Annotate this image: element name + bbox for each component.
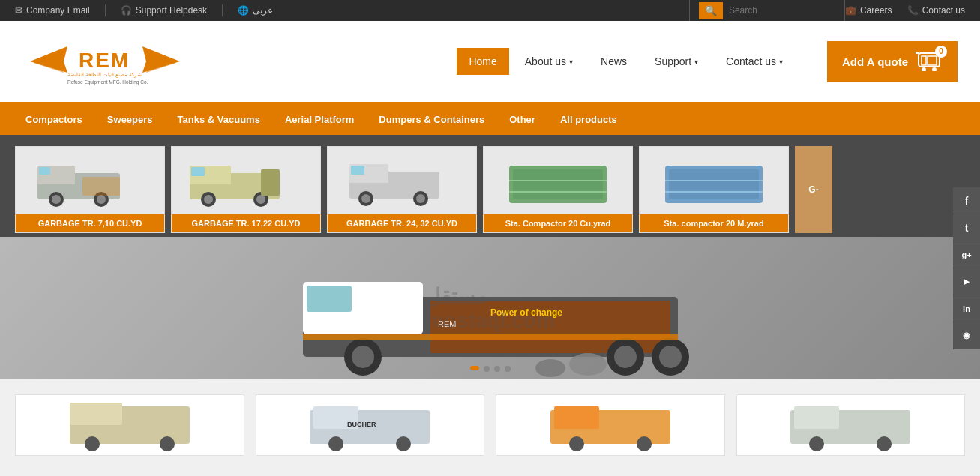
svg-marker-3 <box>146 50 176 73</box>
search-button[interactable]: 🔍 <box>699 2 723 19</box>
bottom-card-4[interactable] <box>736 394 966 456</box>
cat-aerial-platform[interactable]: Aerial Platform <box>274 108 364 131</box>
product-img-3 <box>484 147 632 214</box>
careers-link[interactable]: 💼 Careers <box>845 5 892 16</box>
hero-truck-svg: Power of change REM <box>190 252 790 379</box>
product-img-4 <box>640 147 788 214</box>
svg-point-53 <box>614 346 637 368</box>
category-nav: Compactors Sweepers Tanks & Vacuums Aeri… <box>0 103 980 135</box>
company-email-link[interactable]: ✉ Company Email <box>15 5 90 16</box>
social-sidebar: f t g+ ▶ in ◉ <box>953 187 980 349</box>
about-dropdown-arrow: ▾ <box>569 58 573 66</box>
svg-rect-28 <box>261 169 280 196</box>
support-helpdesk-link[interactable]: 🎧 Support Helpdesk <box>121 5 207 16</box>
search-input[interactable] <box>723 5 835 16</box>
logo-svg: REM شركة مصنع اليات النظافة القابضة Refu… <box>22 31 187 91</box>
svg-point-35 <box>416 194 425 203</box>
product-partial-label: G- <box>805 181 822 199</box>
svg-text:BUCHER: BUCHER <box>347 421 376 428</box>
svg-rect-20 <box>82 177 120 196</box>
headset-icon: 🎧 <box>121 5 132 16</box>
cart-badge: 0 <box>935 46 947 58</box>
add-quote-button[interactable]: Add A quote 0 <box>827 41 958 82</box>
briefcase-icon: 💼 <box>845 5 856 16</box>
company-email-label: Company Email <box>26 5 90 16</box>
search-icon: 🔍 <box>705 5 717 16</box>
nav-about[interactable]: About us ▾ <box>513 48 585 75</box>
svg-point-65 <box>328 436 343 451</box>
hero-dot-1[interactable] <box>470 366 479 370</box>
cat-compactors[interactable]: Compactors <box>15 108 93 131</box>
google-plus-icon[interactable]: g+ <box>953 241 980 268</box>
arabic-label: عربى <box>253 5 273 16</box>
hero-dot-2[interactable] <box>484 366 490 372</box>
svg-point-74 <box>809 436 824 451</box>
svg-point-11 <box>922 67 926 71</box>
header: REM شركة مصنع اليات النظافة القابضة Refu… <box>0 21 980 103</box>
product-slider-section: GARBAGE TR. 7,10 CU.YD <box>0 135 980 237</box>
svg-point-57 <box>535 359 565 377</box>
twitter-icon[interactable]: t <box>953 214 980 241</box>
product-img-2 <box>328 147 476 214</box>
nav-support[interactable]: Support ▾ <box>643 48 710 75</box>
svg-point-51 <box>352 346 374 368</box>
support-dropdown-arrow: ▾ <box>694 58 698 66</box>
product-card-0[interactable]: GARBAGE TR. 7,10 CU.YD <box>15 146 165 233</box>
cart-icon-wrap: 0 <box>916 50 943 73</box>
contact-dropdown-arrow: ▾ <box>779 58 783 66</box>
product-img-0 <box>16 147 164 214</box>
svg-text:شركة مصنع اليات النظافة القابض: شركة مصنع اليات النظافة القابضة <box>67 72 142 78</box>
arabic-link[interactable]: 🌐 عربى <box>238 5 273 16</box>
svg-point-12 <box>932 67 937 71</box>
search-area: 🔍 <box>689 0 845 21</box>
hero-dot-3[interactable] <box>494 366 500 372</box>
svg-rect-31 <box>351 166 364 175</box>
svg-point-33 <box>361 194 370 203</box>
svg-point-27 <box>256 195 265 204</box>
product-label-2: GARBAGE TR. 24, 32 CU.YD <box>328 214 476 232</box>
svg-text:Refuse Equipment MFG. Holding : Refuse Equipment MFG. Holding Co. <box>67 79 148 85</box>
contact-us-top-label: Contact us <box>922 5 965 16</box>
nav-home[interactable]: Home <box>457 48 508 75</box>
product-card-1[interactable]: GARBAGE TR. 17,22 CU.YD <box>171 146 321 233</box>
main-content: GARBAGE TR. 7,10 CU.YD <box>0 135 980 471</box>
linkedin-icon[interactable]: in <box>953 295 980 322</box>
globe-icon: 🌐 <box>238 5 249 16</box>
svg-point-70 <box>569 436 584 451</box>
cat-sweepers[interactable]: Sweepers <box>97 108 163 131</box>
cat-tanks-vacuums[interactable]: Tanks & Vacuums <box>167 108 271 131</box>
youtube-icon[interactable]: ▶ <box>953 268 980 295</box>
product-label-0: GARBAGE TR. 7,10 CU.YD <box>16 214 164 232</box>
product-card-2[interactable]: GARBAGE TR. 24, 32 CU.YD <box>327 146 477 233</box>
phone-icon: 📞 <box>907 5 919 16</box>
product-label-4: Sta. compactor 20 M.yrad <box>640 214 788 232</box>
hero-dot-4[interactable] <box>505 366 511 372</box>
product-card-4[interactable]: Sta. compactor 20 M.yrad <box>639 146 789 233</box>
nav-contact[interactable]: Contact us ▾ <box>714 48 795 75</box>
svg-rect-58 <box>303 334 678 340</box>
bottom-card-3[interactable] <box>496 394 725 456</box>
email-icon: ✉ <box>15 5 22 16</box>
facebook-icon[interactable]: f <box>953 187 980 214</box>
product-label-1: GARBAGE TR. 17,22 CU.YD <box>172 214 320 232</box>
svg-rect-8 <box>922 56 926 65</box>
bottom-card-2[interactable]: BUCHER <box>256 394 485 456</box>
product-card-5-partial[interactable]: G- <box>795 146 832 233</box>
nav-news[interactable]: News <box>589 48 639 75</box>
svg-rect-23 <box>191 167 205 176</box>
divider-1 <box>105 4 106 16</box>
cat-other[interactable]: Other <box>499 108 546 131</box>
cat-dumpers-containers[interactable]: Dumpers & Containers <box>368 108 495 131</box>
cat-all-products[interactable]: All products <box>550 108 628 131</box>
bottom-card-1[interactable] <box>15 394 244 456</box>
careers-label: Careers <box>860 5 892 16</box>
svg-rect-15 <box>39 167 50 175</box>
product-cards: GARBAGE TR. 7,10 CU.YD <box>15 146 965 233</box>
product-card-3[interactable]: Sta. Compactor 20 Cu.yrad <box>483 146 633 233</box>
svg-point-56 <box>569 353 607 376</box>
product-label-3: Sta. Compactor 20 Cu.yrad <box>484 214 632 232</box>
hero-content: Power of change REM مستقل mostaql.com <box>0 237 980 379</box>
instagram-icon[interactable]: ◉ <box>953 322 980 349</box>
contact-us-top-link[interactable]: 📞 Contact us <box>907 5 965 16</box>
svg-rect-37 <box>513 169 603 199</box>
